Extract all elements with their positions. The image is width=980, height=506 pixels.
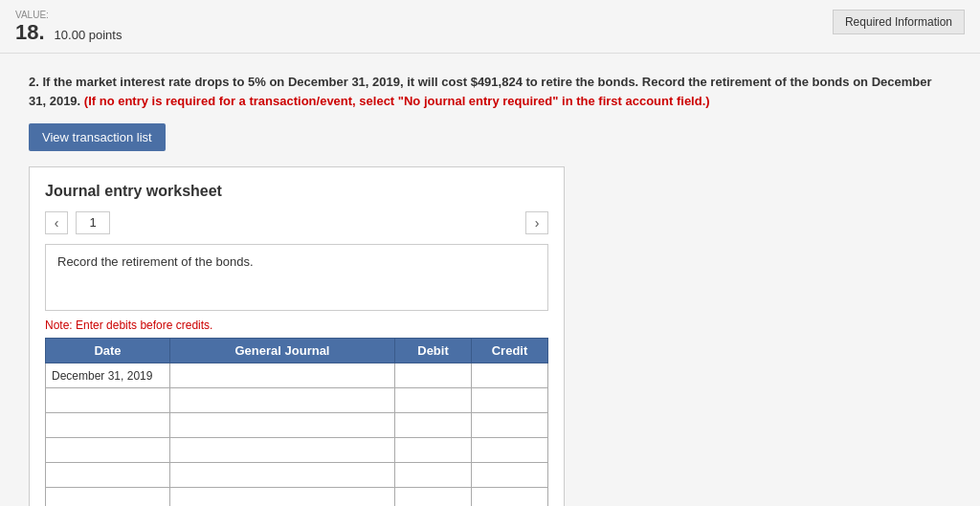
credit-input-5[interactable] bbox=[472, 463, 547, 487]
note-text: Note: Enter debits before credits. bbox=[45, 319, 548, 332]
col-header-credit: Credit bbox=[472, 339, 548, 363]
journal-cell-6[interactable] bbox=[170, 488, 395, 507]
table-row bbox=[46, 413, 548, 438]
credit-input-3[interactable] bbox=[472, 413, 547, 437]
credit-cell-4[interactable] bbox=[472, 438, 548, 463]
prev-page-button[interactable]: ‹ bbox=[45, 211, 68, 234]
date-cell-5[interactable] bbox=[46, 463, 170, 488]
question-text: 2. If the market interest rate drops to … bbox=[29, 73, 951, 110]
table-row: December 31, 2019 bbox=[46, 363, 548, 388]
debit-input-2[interactable] bbox=[395, 388, 471, 412]
worksheet-container: Journal entry worksheet ‹ 1 › Record the… bbox=[29, 166, 565, 506]
page-number: 1 bbox=[76, 211, 110, 234]
journal-cell-1[interactable] bbox=[170, 363, 395, 388]
debit-input-6[interactable] bbox=[395, 488, 471, 506]
journal-cell-3[interactable] bbox=[170, 413, 395, 438]
date-cell-6[interactable] bbox=[46, 488, 170, 507]
date-input-5[interactable] bbox=[46, 463, 169, 487]
debit-cell-2[interactable] bbox=[395, 388, 472, 413]
debit-input-5[interactable] bbox=[395, 463, 471, 487]
debit-input-1[interactable] bbox=[395, 363, 471, 387]
date-cell-2[interactable] bbox=[46, 388, 170, 413]
view-transaction-button[interactable]: View transaction list bbox=[29, 123, 166, 151]
credit-cell-1[interactable] bbox=[472, 363, 548, 388]
table-row bbox=[46, 463, 548, 488]
credit-cell-6[interactable] bbox=[472, 488, 548, 507]
journal-cell-4[interactable] bbox=[170, 438, 395, 463]
journal-table: Date General Journal Debit Credit Decemb… bbox=[45, 338, 548, 506]
description-box: Record the retirement of the bonds. bbox=[45, 244, 548, 311]
credit-input-1[interactable] bbox=[472, 363, 547, 387]
date-cell-4[interactable] bbox=[46, 438, 170, 463]
credit-cell-2[interactable] bbox=[472, 388, 548, 413]
debit-input-3[interactable] bbox=[395, 413, 471, 437]
col-header-journal: General Journal bbox=[170, 339, 395, 363]
question-info: VALUE: 18. 10.00 points bbox=[15, 10, 122, 45]
col-header-debit: Debit bbox=[395, 339, 472, 363]
top-bar: VALUE: 18. 10.00 points Required Informa… bbox=[0, 0, 980, 54]
debit-cell-3[interactable] bbox=[395, 413, 472, 438]
date-input-6[interactable] bbox=[46, 488, 169, 506]
date-input-2[interactable] bbox=[46, 388, 169, 412]
debit-cell-5[interactable] bbox=[395, 463, 472, 488]
journal-input-1[interactable] bbox=[170, 363, 394, 387]
credit-cell-5[interactable] bbox=[472, 463, 548, 488]
table-row bbox=[46, 488, 548, 507]
journal-input-4[interactable] bbox=[170, 438, 394, 462]
journal-input-2[interactable] bbox=[170, 388, 394, 412]
main-content: 2. If the market interest rate drops to … bbox=[0, 54, 980, 506]
value-label: VALUE: bbox=[15, 10, 122, 20]
question-number: 18. bbox=[15, 20, 45, 45]
date-input-3[interactable] bbox=[46, 413, 169, 437]
first-row-date: December 31, 2019 bbox=[46, 366, 169, 385]
journal-input-6[interactable] bbox=[170, 488, 394, 506]
debit-cell-6[interactable] bbox=[395, 488, 472, 507]
credit-cell-3[interactable] bbox=[472, 413, 548, 438]
value-points: 10.00 points bbox=[55, 28, 122, 42]
debit-input-4[interactable] bbox=[395, 438, 471, 462]
table-row bbox=[46, 388, 548, 413]
required-info-button[interactable]: Required Information bbox=[833, 10, 965, 34]
journal-cell-5[interactable] bbox=[170, 463, 395, 488]
journal-cell-2[interactable] bbox=[170, 388, 395, 413]
debit-cell-4[interactable] bbox=[395, 438, 472, 463]
table-row bbox=[46, 438, 548, 463]
date-cell-3[interactable] bbox=[46, 413, 170, 438]
credit-input-4[interactable] bbox=[472, 438, 547, 462]
date-input-4[interactable] bbox=[46, 438, 169, 462]
credit-input-6[interactable] bbox=[472, 488, 547, 506]
debit-cell-1[interactable] bbox=[395, 363, 472, 388]
col-header-date: Date bbox=[46, 339, 170, 363]
worksheet-title: Journal entry worksheet bbox=[45, 183, 548, 200]
date-cell-1: December 31, 2019 bbox=[46, 363, 170, 388]
journal-input-3[interactable] bbox=[170, 413, 394, 437]
journal-input-5[interactable] bbox=[170, 463, 394, 487]
description-text: Record the retirement of the bonds. bbox=[57, 254, 254, 269]
nav-row: ‹ 1 › bbox=[45, 211, 548, 234]
credit-input-2[interactable] bbox=[472, 388, 547, 412]
next-page-button[interactable]: › bbox=[525, 211, 548, 234]
question-red-note: (If no entry is required for a transacti… bbox=[84, 94, 710, 108]
